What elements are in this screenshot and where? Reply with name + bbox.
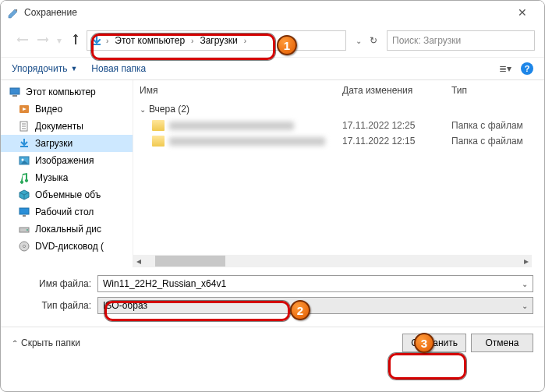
file-type: Папка с файлам [451,120,538,131]
pc-icon [9,86,21,98]
sidebar-label: Загрузки [35,138,73,149]
column-name[interactable]: Имя [140,85,342,96]
main-area: Этот компьютер Видео Документы Загрузки … [1,80,544,267]
svg-rect-11 [23,215,26,217]
hide-folders-label: Скрыть папки [21,337,80,348]
chevron-down-icon: ⌄ [140,105,146,114]
search-placeholder: Поиск: Загрузки [392,35,461,46]
hide-folders-button[interactable]: ⌃ Скрыть папки [12,337,80,348]
help-icon[interactable]: ? [521,62,533,75]
refresh-icon[interactable]: ↻ [370,35,377,46]
breadcrumb-downloads[interactable]: Загрузки [196,34,240,48]
sidebar: Этот компьютер Видео Документы Загрузки … [1,80,133,267]
music-icon [18,171,30,184]
sidebar-label: Изображения [35,155,94,166]
filetype-dropdown[interactable]: ISO-образ ⌄ [97,297,533,314]
sidebar-label: DVD-дисковод ( [35,241,104,252]
chevron-down-icon[interactable]: ⌄ [522,280,528,288]
svg-point-0 [16,9,17,11]
group-header[interactable]: ⌄ Вчера (2) [133,101,544,118]
folder-icon [152,120,165,131]
back-icon[interactable]: 🠔 [16,34,29,48]
app-icon [7,6,19,19]
pictures-icon [18,154,30,167]
sidebar-item-dvd[interactable]: DVD-дисковод ( [1,238,133,255]
column-type[interactable]: Тип [451,85,538,96]
blurred-filename [169,137,325,146]
up-icon[interactable]: 🠕 [69,34,82,48]
file-date: 17.11.2022 12:15 [342,136,451,147]
svg-rect-2 [12,95,17,97]
file-list: Имя Дата изменения Тип ⌄ Вчера (2) 17.11… [133,80,544,267]
new-folder-button[interactable]: Новая папка [91,63,146,74]
filename-value: Win11_22H2_Russian_x64v1 [103,278,226,289]
file-type: Папка с файлам [451,136,538,147]
address-dropdown-icon[interactable]: ⌄ [356,37,362,45]
sidebar-item-pictures[interactable]: Изображения [1,152,133,169]
sidebar-item-videos[interactable]: Видео [1,101,133,118]
chevron-down-icon: ▼ [70,65,77,72]
dvd-icon [18,240,30,253]
list-item[interactable]: 17.11.2022 12:15 Папка с файлам [133,133,544,149]
scroll-thumb[interactable] [155,256,225,267]
svg-rect-1 [10,88,19,94]
chevron-right-icon: › [191,37,193,45]
video-icon [18,103,30,115]
search-input[interactable]: Поиск: Загрузки [387,30,535,51]
sidebar-item-downloads[interactable]: Загрузки [1,135,133,152]
sidebar-label: Этот компьютер [26,87,96,97]
sidebar-label: Локальный дис [35,224,101,235]
cancel-button[interactable]: Отмена [471,334,533,352]
save-button[interactable]: Сохранить [402,334,466,352]
file-date: 17.11.2022 12:25 [342,120,451,131]
downloads-icon [18,137,30,150]
sidebar-label: Документы [35,121,83,132]
group-label: Вчера (2) [149,104,189,115]
organize-button[interactable]: Упорядочить ▼ [12,63,77,74]
save-form: Имя файла: Win11_22H2_Russian_x64v1 ⌄ Ти… [1,267,544,323]
breadcrumb-thispc[interactable]: Этот компьютер [111,34,188,48]
folder-icon [152,136,165,147]
close-icon[interactable]: ✕ [507,6,538,19]
sidebar-label: Видео [35,104,62,115]
svg-point-15 [23,245,26,248]
blurred-filename [169,122,294,130]
sidebar-item-desktop[interactable]: Рабочий стол [1,203,133,221]
chevron-up-icon: ⌃ [12,339,18,348]
chevron-down-icon[interactable]: ⌄ [522,302,528,310]
filetype-label: Тип файла: [12,300,97,311]
sidebar-item-documents[interactable]: Документы [1,118,133,135]
toolbar: Упорядочить ▼ Новая папка ≣▾ ? [1,57,544,80]
column-headers[interactable]: Имя Дата изменения Тип [133,80,544,101]
window-title: Сохранение [24,7,507,18]
sidebar-item-localdisk[interactable]: Локальный дис [1,221,133,238]
svg-rect-10 [19,208,29,214]
save-dialog-window: Сохранение ✕ 🠔 🠖 ▾ 🠕 › Этот компьютер › … [0,0,545,392]
sidebar-item-thispc[interactable]: Этот компьютер [1,83,133,101]
filename-label: Имя файла: [12,278,97,289]
desktop-icon [18,206,30,218]
chevron-right-icon: › [106,37,108,45]
nav-arrows: 🠔 🠖 ▾ 🠕 [16,34,82,48]
filename-input[interactable]: Win11_22H2_Russian_x64v1 ⌄ [97,275,533,292]
recent-icon[interactable]: ▾ [57,35,62,46]
sidebar-label: Музыка [35,172,68,183]
view-mode-icon[interactable]: ≣▾ [499,63,511,74]
sidebar-item-music[interactable]: Музыка [1,169,133,186]
list-item[interactable]: 17.11.2022 12:25 Папка с файлам [133,118,544,133]
scroll-right-icon[interactable]: ▸ [521,256,532,267]
forward-icon[interactable]: 🠖 [37,34,49,48]
scroll-left-icon[interactable]: ◂ [133,256,144,267]
sidebar-label: Рабочий стол [35,207,94,217]
titlebar: Сохранение ✕ [1,1,544,24]
sidebar-item-3dobjects[interactable]: Объемные объ [1,186,133,203]
column-date[interactable]: Дата изменения [342,85,451,96]
cube-icon [18,189,30,201]
filetype-value: ISO-образ [103,300,147,311]
address-bar[interactable]: › Этот компьютер › Загрузки › [87,30,346,51]
bottom-bar: ⌃ Скрыть папки Сохранить Отмена [1,334,544,362]
sidebar-label: Объемные объ [35,189,101,200]
svg-point-13 [27,229,28,231]
horizontal-scrollbar[interactable]: ◂ ▸ [133,255,532,267]
downloads-icon [90,34,103,47]
